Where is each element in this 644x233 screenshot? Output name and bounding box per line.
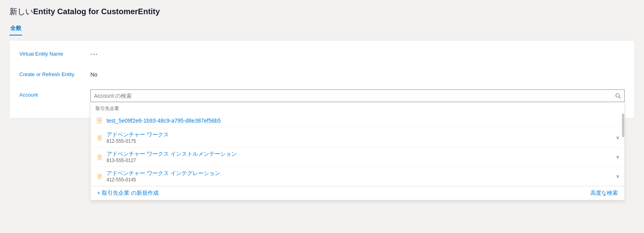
label-virtual-entity-name: Virtual Entity Name (19, 48, 90, 57)
field-row-create-refresh-entity: Create or Refresh Entity No (19, 69, 625, 82)
dropdown-item[interactable]: アドベンチャー ワークス インストルメンテーション 813-555-0127 ∨ (91, 147, 624, 167)
svg-rect-15 (99, 157, 101, 157)
account-search-input[interactable] (91, 90, 612, 102)
dropdown-item-content: test_5e09f2e6-1b93-48c9-a795-d8e387ef56b… (107, 117, 620, 124)
label-create-refresh-entity: Create or Refresh Entity (19, 69, 90, 77)
dropdown-item-title: test_5e09f2e6-1b93-48c9-a795-d8e387ef56b… (107, 117, 620, 124)
page-title: 新しいEntity Catalog for CustomerEntity (9, 6, 635, 17)
dropdown-item-title: アドベンチャー ワークス インストルメンテーション (107, 151, 613, 158)
entity-record-icon (95, 134, 103, 142)
tabs-bar: 全般 (9, 22, 635, 35)
chevron-down-icon: ∨ (616, 135, 620, 140)
svg-rect-18 (99, 175, 101, 176)
svg-rect-14 (99, 156, 101, 157)
create-new-account-button[interactable]: + 取引先企業 の新規作成 (97, 190, 159, 197)
field-row-virtual-entity-name: Virtual Entity Name --- (19, 48, 625, 61)
dropdown-section-label: 取引先企業 (91, 102, 624, 114)
entity-record-icon (95, 153, 103, 161)
search-icon-button[interactable] (612, 89, 624, 102)
value-virtual-entity-name: --- (90, 48, 98, 57)
tab-general[interactable]: 全般 (9, 22, 22, 35)
dropdown-item-title: アドベンチャー ワークス (107, 131, 613, 138)
account-search-container: 取引先企業 (90, 89, 625, 102)
form-card: Virtual Entity Name --- Create or Refres… (9, 40, 635, 118)
dropdown-item-content: アドベンチャー ワークス インテグレーション 412-555-0145 (107, 170, 613, 183)
field-row-account: Account 取引先企業 (19, 89, 625, 102)
search-input-wrapper (90, 89, 625, 102)
dropdown-item[interactable]: test_5e09f2e6-1b93-48c9-a795-d8e387ef56b… (91, 114, 624, 128)
page-wrapper: 新しいEntity Catalog for CustomerEntity 全般 … (0, 0, 644, 233)
dropdown-footer: + 取引先企業 の新規作成 高度な検索 (91, 186, 624, 200)
dropdown-item-content: アドベンチャー ワークス 812-555-0175 (107, 131, 613, 144)
dropdown-item-content: アドベンチャー ワークス インストルメンテーション 813-555-0127 (107, 151, 613, 163)
dropdown-item-title: アドベンチャー ワークス インテグレーション (107, 170, 613, 177)
entity-record-icon (95, 117, 103, 125)
label-account: Account (19, 89, 90, 98)
svg-line-1 (619, 97, 621, 99)
scrollbar[interactable] (622, 114, 624, 137)
dropdown-item[interactable]: アドベンチャー ワークス 812-555-0175 ∨ (91, 128, 624, 147)
svg-rect-11 (99, 138, 101, 138)
svg-rect-8 (99, 121, 101, 121)
advanced-search-button[interactable]: 高度な検索 (590, 190, 618, 197)
dropdown-item-subtitle: 812-555-0175 (107, 138, 613, 144)
svg-rect-20 (99, 177, 100, 177)
dropdown-item[interactable]: アドベンチャー ワークス インテグレーション 412-555-0145 ∨ (91, 167, 624, 186)
svg-rect-16 (99, 158, 100, 158)
dropdown-item-subtitle: 412-555-0145 (107, 177, 613, 183)
svg-rect-7 (99, 120, 101, 120)
entity-record-icon (95, 172, 103, 180)
dropdown-item-subtitle: 813-555-0127 (107, 158, 613, 163)
chevron-down-icon: ∨ (616, 173, 620, 179)
chevron-down-icon: ∨ (616, 154, 620, 160)
svg-rect-10 (99, 137, 101, 137)
svg-rect-19 (99, 176, 101, 177)
value-create-refresh-entity: No (90, 69, 97, 78)
account-dropdown-panel: 取引先企業 (90, 102, 625, 200)
svg-rect-12 (99, 138, 100, 139)
